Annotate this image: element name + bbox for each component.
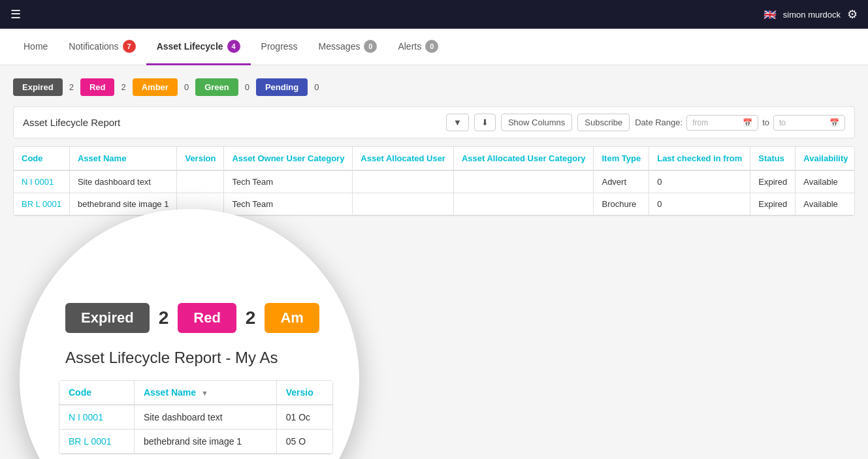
row1-item-type: Advert	[594, 170, 649, 193]
col-code: Code	[14, 147, 69, 170]
col-last-checked: Last checked in from	[649, 147, 750, 170]
filter-green-button[interactable]: Green	[195, 78, 238, 96]
col-allocated-user: Asset Allocated User	[353, 147, 454, 170]
notifications-badge: 7	[123, 40, 136, 53]
row2-item-type: Brochure	[594, 193, 649, 215]
zoom-table-row: N I 0001 Site dashboard text 01 Oc	[59, 405, 332, 430]
table-header-row: Code Asset Name Version Asset Owner User…	[14, 147, 855, 170]
table-row: N I 0001 Site dashboard text Tech Team A…	[14, 170, 855, 193]
alerts-badge: 0	[425, 40, 438, 53]
row2-last-checked: 0	[649, 193, 750, 215]
date-to-label: to	[762, 118, 769, 127]
tab-messages[interactable]: Messages 0	[308, 29, 388, 65]
row1-last-checked: 0	[649, 170, 750, 193]
messages-badge: 0	[364, 40, 377, 53]
col-allocated-category: Asset Allocated User Category	[453, 147, 594, 170]
date-range: Date Range: from 📅 to to 📅	[635, 115, 845, 131]
zoom-table-header: Code Asset Name ▼ Versio	[59, 381, 332, 405]
zoom-expired-badge[interactable]: Expired	[65, 303, 150, 333]
table-row: BR L 0001 bethebrand site image 1 Tech T…	[14, 193, 855, 215]
filter-red-button[interactable]: Red	[80, 78, 115, 96]
col-status: Status	[750, 147, 796, 170]
tab-asset-lifecycle[interactable]: Asset Lifecycle 4	[146, 29, 251, 65]
col-version: Version	[177, 147, 224, 170]
zoom-overlay: Expired 2 Red 2 Am Asset Lifecycle Repor…	[20, 209, 359, 459]
asset-lifecycle-badge: 4	[227, 40, 240, 53]
row1-availability: Available	[796, 170, 855, 193]
tab-alerts[interactable]: Alerts 0	[387, 29, 449, 65]
row2-allocated-user	[353, 193, 454, 215]
gear-icon[interactable]: ⚙	[847, 7, 858, 22]
zoom-content: Expired 2 Red 2 Am Asset Lifecycle Repor…	[20, 209, 359, 459]
nav-tabs: Home Notifications 7 Asset Lifecycle 4 P…	[0, 29, 868, 65]
col-item-type: Item Type	[594, 147, 649, 170]
row1-code[interactable]: N I 0001	[22, 177, 54, 187]
flag-icon: 🇬🇧	[764, 8, 777, 21]
row1-name: Site dashboard text	[69, 170, 176, 193]
row1-owner-category: Tech Team	[224, 170, 353, 193]
row1-allocated-user	[353, 170, 454, 193]
subscribe-button[interactable]: Subscribe	[577, 114, 630, 131]
zoom-col-version: Versio	[276, 381, 332, 405]
zoom-title: Asset Lifecycle Report - My As	[52, 349, 333, 367]
pending-count: 0	[314, 82, 319, 92]
show-columns-button[interactable]: Show Columns	[501, 114, 572, 131]
row2-owner-category: Tech Team	[224, 193, 353, 215]
zoom-row1-name: Site dashboard text	[134, 405, 276, 430]
zoom-amber-badge[interactable]: Am	[265, 303, 319, 333]
zoom-col-name: Asset Name ▼	[134, 381, 276, 405]
date-range-label: Date Range:	[635, 118, 683, 127]
topbar: ☰ 🇬🇧 simon murdock ⚙	[0, 0, 868, 29]
tab-notifications[interactable]: Notifications 7	[58, 29, 146, 65]
download-button[interactable]: ⬇	[474, 114, 496, 131]
zoom-row2-code[interactable]: BR L 0001	[69, 436, 112, 447]
zoom-table: Code Asset Name ▼ Versio	[59, 381, 332, 454]
row2-code[interactable]: BR L 0001	[22, 199, 61, 209]
user-name: simon murdock	[783, 10, 841, 20]
expired-count: 2	[69, 82, 74, 92]
report-header: Asset Lifecycle Report ▼ ⬇ Show Columns …	[13, 106, 855, 138]
amber-count: 0	[184, 82, 189, 92]
zoom-status-row: Expired 2 Red 2 Am	[52, 303, 333, 333]
topbar-right: 🇬🇧 simon murdock ⚙	[764, 7, 858, 22]
row2-status: Expired	[750, 193, 796, 215]
zoom-row2-name: bethebrand site image 1	[134, 430, 276, 454]
zoom-col-code: Code	[59, 381, 134, 405]
red-count: 2	[121, 82, 125, 92]
main-content: Expired 2 Red 2 Amber 0 Green 0 Pending …	[0, 65, 868, 229]
row1-allocated-category	[453, 170, 594, 193]
filter-expired-button[interactable]: Expired	[13, 78, 63, 96]
zoom-table-row: BR L 0001 bethebrand site image 1 05 O	[59, 430, 332, 454]
tab-home[interactable]: Home	[13, 29, 58, 65]
col-asset-name: Asset Name	[69, 147, 176, 170]
filter-row: Expired 2 Red 2 Amber 0 Green 0 Pending …	[13, 78, 855, 96]
row1-version	[177, 170, 224, 193]
report-title: Asset Lifecycle Report	[23, 117, 441, 128]
dropdown-button[interactable]: ▼	[446, 114, 469, 131]
asset-table: Code Asset Name Version Asset Owner User…	[13, 146, 855, 216]
filter-pending-button[interactable]: Pending	[256, 78, 308, 96]
zoom-row1-version: 01 Oc	[276, 405, 332, 430]
date-from-input[interactable]: from 📅	[686, 115, 758, 131]
zoom-red-badge[interactable]: Red	[178, 303, 236, 333]
zoom-table-wrapper: Code Asset Name ▼ Versio	[59, 380, 333, 454]
zoom-expired-count: 2	[159, 308, 169, 328]
green-count: 0	[245, 82, 249, 92]
col-owner-category: Asset Owner User Category	[224, 147, 353, 170]
hamburger-icon[interactable]: ☰	[10, 7, 21, 22]
filter-amber-button[interactable]: Amber	[133, 78, 178, 96]
sort-icon: ▼	[201, 389, 208, 397]
tab-progress[interactable]: Progress	[251, 29, 308, 65]
col-availability: Availability	[796, 147, 855, 170]
row2-availability: Available	[796, 193, 855, 215]
row1-status: Expired	[750, 170, 796, 193]
zoom-red-count: 2	[246, 308, 256, 328]
zoom-row2-version: 05 O	[276, 430, 332, 454]
zoom-row1-code[interactable]: N I 0001	[69, 412, 103, 422]
row2-allocated-category	[453, 193, 594, 215]
asset-data-table: Code Asset Name Version Asset Owner User…	[14, 147, 855, 215]
date-to-input[interactable]: to 📅	[773, 115, 845, 131]
topbar-left: ☰	[10, 7, 21, 22]
